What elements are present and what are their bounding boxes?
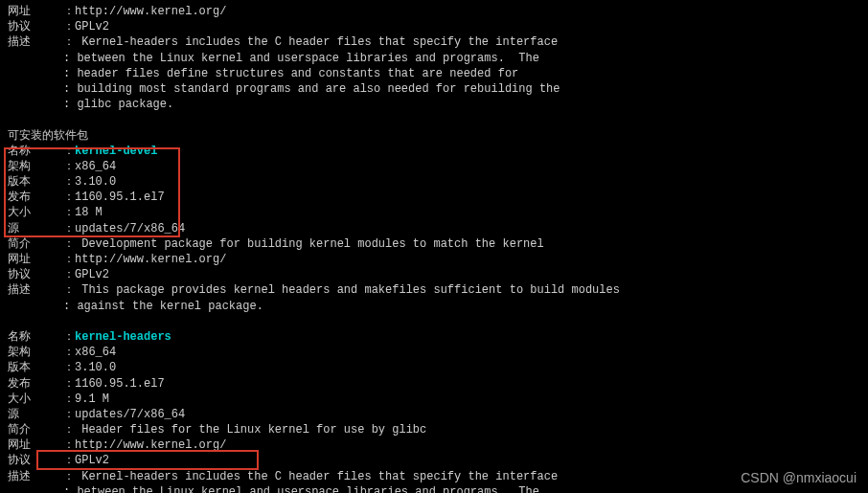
blank-line <box>8 112 860 127</box>
pkg3-summary-row: 简介： Header files for the Linux kernel fo… <box>8 422 860 437</box>
pkg2-arch-row: 架构：x86_64 <box>8 159 860 174</box>
pkg2-desc2: : against the kernel package. <box>8 299 860 314</box>
pkg1-desc4: : building most standard programs and ar… <box>8 81 860 97</box>
pkg3-license-row: 协议：GPLv2 <box>8 453 860 468</box>
pkg2-version-row: 版本：3.10.0 <box>8 174 860 190</box>
pkg2-release-row: 发布：1160.95.1.el7 <box>8 190 860 205</box>
pkg1-desc3: : header files define structures and con… <box>8 66 860 81</box>
pkg1-desc-row: 描述： Kernel-headers includes the C header… <box>8 34 860 50</box>
pkg3-name-row: 名称：kernel-headers <box>8 329 860 345</box>
pkg2-repo-row: 源：updates/7/x86_64 <box>8 221 860 236</box>
pkg3-desc2: : between the Linux kernel and userspace… <box>8 484 860 493</box>
pkg1-desc2: : between the Linux kernel and userspace… <box>8 51 860 66</box>
pkg3-desc-row: 描述： Kernel-headers includes the C header… <box>8 469 860 484</box>
pkg3-repo-row: 源：updates/7/x86_64 <box>8 407 860 422</box>
pkg2-url-row: 网址：http://www.kernel.org/ <box>8 252 860 267</box>
pkg2-size-row: 大小：18 M <box>8 205 860 220</box>
pkg3-size-row: 大小：9.1 M <box>8 392 860 407</box>
pkg2-desc-row: 描述： This package provides kernel headers… <box>8 282 860 298</box>
pkg2-summary-row: 简介： Development package for building ker… <box>8 236 860 252</box>
pkg2-license-row: 协议：GPLv2 <box>8 267 860 282</box>
pkg2-name-row: 名称：kernel-devel <box>8 144 860 159</box>
blank-line <box>8 314 860 329</box>
watermark-text: CSDN @nmxiaocui <box>741 469 857 487</box>
pkg3-arch-row: 架构：x86_64 <box>8 345 860 360</box>
pkg3-release-row: 发布：1160.95.1.el7 <box>8 376 860 392</box>
installable-header: 可安装的软件包 <box>8 128 860 144</box>
pkg1-url-row: 网址：http://www.kernel.org/ <box>8 4 860 19</box>
pkg1-desc5: : glibc package. <box>8 97 860 112</box>
pkg3-url-row: 网址：http://www.kernel.org/ <box>8 437 860 453</box>
pkg1-license-row: 协议：GPLv2 <box>8 19 860 34</box>
pkg3-version-row: 版本：3.10.0 <box>8 360 860 375</box>
